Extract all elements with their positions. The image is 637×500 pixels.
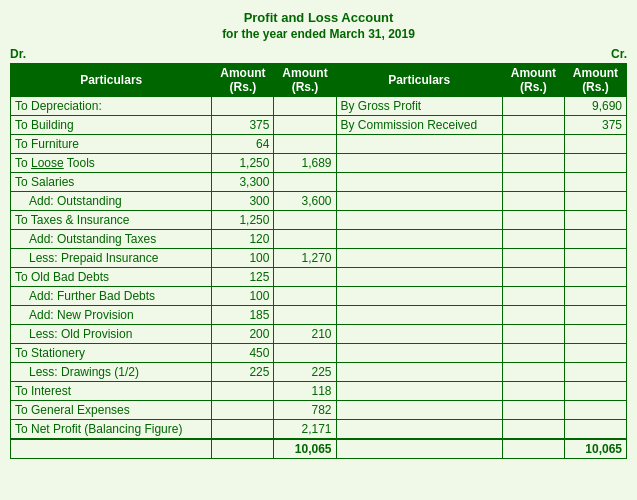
left-amount2 — [274, 230, 336, 249]
table-row: To Taxes & Insurance1,250 — [11, 211, 627, 230]
table-row: To Building375By Commission Received375 — [11, 116, 627, 135]
left-amount1: 125 — [212, 268, 274, 287]
left-amount2 — [274, 173, 336, 192]
right-amount2 — [564, 363, 626, 382]
left-amount1: 100 — [212, 287, 274, 306]
page-subtitle: for the year ended March 31, 2019 — [10, 27, 627, 41]
right-amount2 — [564, 154, 626, 173]
left-amount1: 225 — [212, 363, 274, 382]
right-amount1 — [502, 325, 564, 344]
left-amount1 — [212, 382, 274, 401]
right-particulars: By Gross Profit — [336, 97, 502, 116]
table-row: To Net Profit (Balancing Figure)2,171 — [11, 420, 627, 440]
right-particulars — [336, 382, 502, 401]
left-amount2: 210 — [274, 325, 336, 344]
table-row: To Furniture64 — [11, 135, 627, 154]
right-amount2: 10,065 — [564, 439, 626, 459]
right-particulars — [336, 173, 502, 192]
right-amount1 — [502, 382, 564, 401]
right-particulars — [336, 401, 502, 420]
left-amount2 — [274, 116, 336, 135]
right-amount2 — [564, 173, 626, 192]
left-amount2 — [274, 135, 336, 154]
dr-label: Dr. — [10, 47, 26, 61]
right-particulars — [336, 325, 502, 344]
left-amount1: 1,250 — [212, 211, 274, 230]
left-amount2 — [274, 211, 336, 230]
cr-label: Cr. — [611, 47, 627, 61]
right-particulars — [336, 211, 502, 230]
header-amount-right2: Amount(Rs.) — [564, 64, 626, 97]
table-row: To Salaries3,300 — [11, 173, 627, 192]
left-particulars: To Net Profit (Balancing Figure) — [11, 420, 212, 440]
table-row: To General Expenses782 — [11, 401, 627, 420]
table-row: To Loose Tools1,2501,689 — [11, 154, 627, 173]
left-particulars: To Salaries — [11, 173, 212, 192]
table-row: Less: Prepaid Insurance1001,270 — [11, 249, 627, 268]
header-amount-right1: Amount(Rs.) — [502, 64, 564, 97]
table-row: Add: New Provision185 — [11, 306, 627, 325]
right-amount2 — [564, 135, 626, 154]
right-particulars — [336, 420, 502, 440]
right-amount2 — [564, 306, 626, 325]
right-amount1 — [502, 287, 564, 306]
left-particulars: To Building — [11, 116, 212, 135]
left-amount2: 10,065 — [274, 439, 336, 459]
table-row: Add: Outstanding3003,600 — [11, 192, 627, 211]
right-amount1 — [502, 439, 564, 459]
right-particulars — [336, 268, 502, 287]
left-particulars: To Depreciation: — [11, 97, 212, 116]
right-amount2 — [564, 325, 626, 344]
table-row: To Depreciation:By Gross Profit9,690 — [11, 97, 627, 116]
right-amount1 — [502, 97, 564, 116]
table-row: To Stationery450 — [11, 344, 627, 363]
table-row: Add: Outstanding Taxes120 — [11, 230, 627, 249]
left-amount1: 300 — [212, 192, 274, 211]
left-amount1 — [212, 420, 274, 440]
header-amount-left2: Amount(Rs.) — [274, 64, 336, 97]
right-particulars — [336, 154, 502, 173]
right-particulars: By Commission Received — [336, 116, 502, 135]
left-amount1: 120 — [212, 230, 274, 249]
left-amount1 — [212, 97, 274, 116]
right-amount2 — [564, 249, 626, 268]
left-amount2 — [274, 287, 336, 306]
left-particulars: Less: Old Provision — [11, 325, 212, 344]
page-title: Profit and Loss Account — [10, 10, 627, 25]
left-particulars: Less: Drawings (1/2) — [11, 363, 212, 382]
right-particulars — [336, 439, 502, 459]
right-amount1 — [502, 401, 564, 420]
right-amount1 — [502, 154, 564, 173]
right-particulars — [336, 306, 502, 325]
right-amount1 — [502, 116, 564, 135]
left-amount2: 1,270 — [274, 249, 336, 268]
left-particulars — [11, 439, 212, 459]
table-row: 10,06510,065 — [11, 439, 627, 459]
right-amount1 — [502, 306, 564, 325]
left-amount1: 375 — [212, 116, 274, 135]
table-row: To Interest118 — [11, 382, 627, 401]
right-amount1 — [502, 363, 564, 382]
left-amount1: 185 — [212, 306, 274, 325]
left-particulars: Add: Outstanding Taxes — [11, 230, 212, 249]
left-amount1: 100 — [212, 249, 274, 268]
right-amount2 — [564, 401, 626, 420]
left-particulars: To Old Bad Debts — [11, 268, 212, 287]
table-row: To Old Bad Debts125 — [11, 268, 627, 287]
left-amount2: 1,689 — [274, 154, 336, 173]
left-amount1 — [212, 439, 274, 459]
right-amount1 — [502, 230, 564, 249]
left-amount1 — [212, 401, 274, 420]
left-amount2: 2,171 — [274, 420, 336, 440]
left-amount2 — [274, 268, 336, 287]
left-amount2: 118 — [274, 382, 336, 401]
right-particulars — [336, 230, 502, 249]
header-particulars-left: Particulars — [11, 64, 212, 97]
right-amount2 — [564, 268, 626, 287]
left-particulars: Add: New Provision — [11, 306, 212, 325]
left-amount2 — [274, 97, 336, 116]
right-particulars — [336, 249, 502, 268]
right-amount2 — [564, 230, 626, 249]
right-particulars — [336, 135, 502, 154]
left-amount1: 200 — [212, 325, 274, 344]
